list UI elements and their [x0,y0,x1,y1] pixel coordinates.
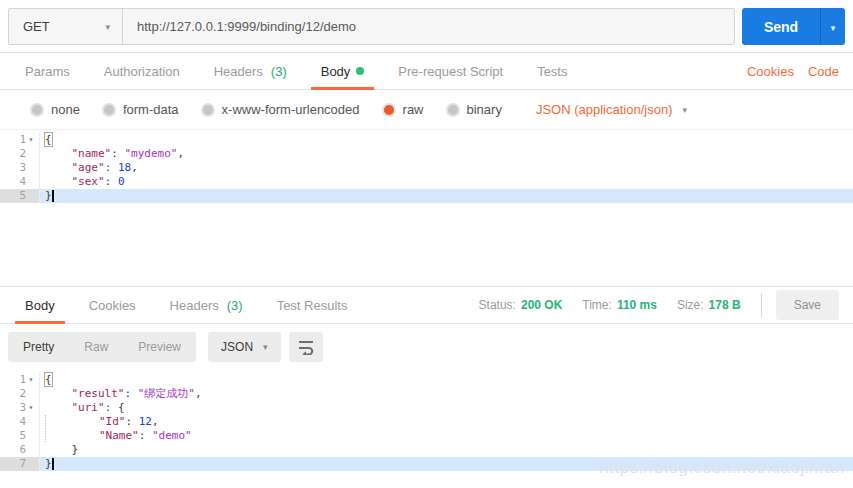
code-line[interactable]: 4 "sex": 0 [0,175,853,189]
token-key: "name" [72,147,112,160]
token-pun: : [105,175,118,188]
code-content: "uri": { [40,401,853,415]
request-tab-params[interactable]: Params [15,53,80,89]
request-body-editor[interactable]: 1▾{2 "name": "mydemo",3 "age": 18,4 "sex… [0,130,853,286]
response-tab-cookies[interactable]: Cookies [79,287,146,323]
line-gutter: 3▾ [0,401,40,415]
code-link[interactable]: Code [808,64,839,79]
response-meta-items: Status:200 OKTime:110 msSize:178 B [459,298,741,312]
code-line[interactable]: 3 "age": 18, [0,161,853,175]
chevron-down-icon: ▾ [682,105,687,115]
code-content: "result": "绑定成功", [40,387,853,401]
code-line[interactable]: 2 "result": "绑定成功", [0,387,853,401]
body-type-radio-binary[interactable]: binary [446,102,502,117]
postman-window: GET ▾ Send ▾ ParamsAuthorizationHeaders(… [0,0,853,488]
code-line[interactable]: 3▾ "uri": { [0,401,853,415]
code-line[interactable]: 5 "Name": "demo" [0,429,853,443]
fold-arrow-icon[interactable]: ▾ [26,133,36,147]
cookies-link[interactable]: Cookies [747,64,794,79]
method-dropdown[interactable]: GET ▾ [9,9,123,44]
code-line[interactable]: 7} [0,457,853,471]
wrap-text-button[interactable] [289,332,323,362]
code-line[interactable]: 4 "Id": 12, [0,415,853,429]
method-url-group: GET ▾ [8,8,735,45]
mode-pretty[interactable]: Pretty [8,332,69,362]
radio-label: raw [403,102,424,117]
tab-count-badge: (3) [227,298,243,313]
radio-label: none [51,102,80,117]
response-view-bar: PrettyRawPreview JSON ▾ [0,324,853,370]
mode-raw[interactable]: Raw [69,332,123,362]
response-mode-group: PrettyRawPreview [8,332,196,362]
token-ws [45,147,72,160]
request-tab-pre-request-script[interactable]: Pre-request Script [388,53,513,89]
response-body-editor[interactable]: 1▾{2 "result": "绑定成功",3▾ "uri": {4 "Id":… [0,370,853,488]
token-pun: , [177,147,184,160]
token-guide [45,429,73,442]
response-tab-body[interactable]: Body [15,287,65,323]
save-response-button[interactable]: Save [776,290,839,320]
response-tab-test-results[interactable]: Test Results [267,287,358,323]
tab-label: Pre-request Script [398,64,503,79]
line-number: 5 [10,189,26,203]
line-gutter: 1▾ [0,133,40,147]
url-input[interactable] [123,9,734,44]
line-number: 5 [10,429,26,443]
token-brace: } [72,443,79,456]
line-number: 6 [10,443,26,457]
meta-value: 178 B [709,298,741,312]
chevron-down-icon: ▾ [831,23,836,33]
response-tab-headers[interactable]: Headers(3) [160,287,253,323]
response-format-dropdown[interactable]: JSON ▾ [208,332,281,362]
token-key: "uri" [72,401,105,414]
code-line[interactable]: 5} [0,189,853,203]
request-tab-body[interactable]: Body [311,53,375,89]
code-line[interactable]: 2 "name": "mydemo", [0,147,853,161]
mode-preview[interactable]: Preview [123,332,196,362]
body-type-radio-none[interactable]: none [30,102,80,117]
line-gutter: 4 [0,415,40,429]
body-type-radio-x-www-form-urlencoded[interactable]: x-www-form-urlencoded [201,102,360,117]
radio-label: form-data [123,102,179,117]
meta-value: 200 OK [521,298,562,312]
token-ws [73,429,100,442]
code-line[interactable]: 6 } [0,443,853,457]
token-ws [45,401,72,414]
code-line[interactable]: 1▾{ [0,133,853,147]
response-header-bar: BodyCookiesHeaders(3)Test Results Status… [0,286,853,324]
fold-arrow-icon[interactable]: ▾ [26,401,36,415]
send-button[interactable]: Send [742,8,820,45]
content-type-label: JSON (application/json) [536,102,673,117]
token-brace: { [45,133,52,146]
content-type-dropdown[interactable]: JSON (application/json) ▾ [536,102,687,117]
token-key: "Name" [99,429,139,442]
body-type-radio-form-data[interactable]: form-data [102,102,179,117]
response-meta: Status:200 OKTime:110 msSize:178 B Save [459,287,839,323]
send-options-button[interactable]: ▾ [820,8,845,45]
fold-arrow-icon[interactable]: ▾ [26,373,36,387]
request-url-bar: GET ▾ Send ▾ [0,0,853,52]
code-line[interactable]: 1▾{ [0,373,853,387]
token-key: "sex" [72,175,105,188]
tab-label: Test Results [277,298,348,313]
text-cursor [52,458,54,470]
token-pun: , [152,415,159,428]
meta-size: Size:178 B [677,298,741,312]
token-ws [45,443,72,456]
request-tabs: ParamsAuthorizationHeaders(3)BodyPre-req… [15,53,591,89]
line-gutter: 5 [0,189,40,203]
token-ws [45,387,72,400]
request-tab-authorization[interactable]: Authorization [94,53,190,89]
unsaved-dot-icon [356,67,364,75]
tab-label: Body [25,298,55,313]
line-gutter: 7 [0,457,40,471]
token-guide [45,415,73,428]
tab-label: Params [25,64,70,79]
body-type-radio-raw[interactable]: raw [382,102,424,117]
request-tab-headers[interactable]: Headers(3) [204,53,297,89]
radio-icon [446,103,460,117]
tab-label: Body [321,64,351,79]
code-content: "name": "mydemo", [40,147,853,161]
request-tab-tests[interactable]: Tests [527,53,577,89]
code-content: "Id": 12, [40,415,853,429]
